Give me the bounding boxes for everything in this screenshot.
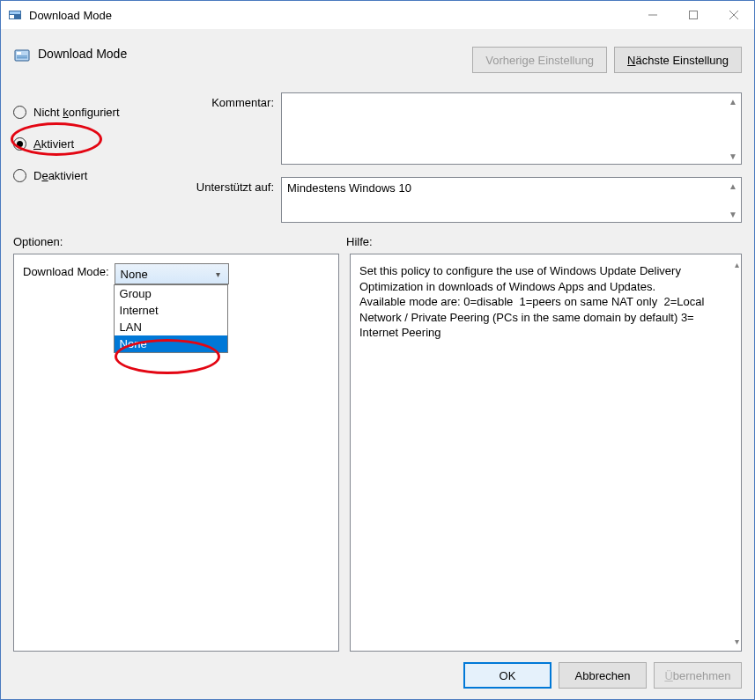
apply-button[interactable]: Übernehmen — [654, 662, 742, 689]
meta-fields: Kommentar: ▲ ▼ Unterstützt auf: Mindeste… — [170, 92, 742, 223]
svg-rect-9 — [17, 55, 27, 57]
previous-setting-button[interactable]: Vorherige Einstellung — [472, 47, 607, 73]
supported-value: Mindestens Windows 10 — [282, 178, 741, 200]
radio-label: Aktiviert — [33, 137, 74, 151]
dialog-footer: OK Abbrechen Übernehmen — [13, 652, 742, 690]
apply-label-rest: bernehmen — [673, 669, 731, 682]
svg-rect-2 — [10, 15, 14, 18]
radio-label: Nicht konfiguriert — [33, 106, 120, 119]
ok-button[interactable]: OK — [463, 662, 551, 689]
scroll-up-icon: ▲ — [725, 93, 741, 109]
scroll-down-icon: ▼ — [725, 206, 741, 222]
comment-value — [282, 93, 741, 100]
radio-disabled[interactable]: Deaktiviert — [13, 159, 170, 191]
combo-item-none[interactable]: None — [115, 335, 227, 352]
svg-rect-8 — [17, 52, 21, 55]
radio-icon — [13, 106, 26, 119]
combo-selected-value: None — [121, 268, 148, 281]
scrollbar[interactable]: ▲ ▼ — [725, 178, 741, 222]
state-radio-group: Nicht konfiguriert Aktiviert Deaktiviert — [13, 92, 170, 223]
download-mode-combo[interactable]: None ▾ Group Internet LAN None — [115, 263, 229, 284]
combo-item-group[interactable]: Group — [115, 285, 227, 302]
scroll-down-icon[interactable]: ▾ — [735, 633, 739, 649]
client-area: Download Mode Vorherige Einstellung Näch… — [1, 29, 754, 699]
svg-rect-10 — [17, 57, 27, 59]
options-section-label: Optionen: — [13, 235, 346, 248]
comment-row: Kommentar: ▲ ▼ — [170, 92, 742, 165]
cancel-button[interactable]: Abbrechen — [559, 662, 647, 689]
radio-icon — [13, 137, 26, 151]
maximize-button[interactable] — [673, 1, 714, 29]
scroll-up-icon[interactable]: ▴ — [735, 256, 739, 272]
close-icon — [729, 11, 738, 19]
combo-item-internet[interactable]: Internet — [115, 302, 227, 319]
combo-dropdown-list: Group Internet LAN None — [114, 284, 228, 353]
radio-label: Deaktiviert — [33, 169, 87, 182]
app-icon — [8, 8, 22, 22]
scroll-down-icon: ▼ — [725, 148, 741, 164]
help-section-label: Hilfe: — [346, 235, 373, 248]
radio-icon — [13, 169, 26, 182]
close-button[interactable] — [714, 1, 754, 29]
comment-label: Kommentar: — [170, 92, 274, 165]
next-setting-label-rest: ächste Einstellung — [635, 54, 729, 67]
policy-name: Download Mode — [38, 47, 472, 61]
minimize-button[interactable] — [633, 1, 673, 29]
policy-header: Download Mode Vorherige Einstellung Näch… — [13, 47, 742, 73]
next-setting-button[interactable]: Nächste Einstellung — [614, 47, 742, 73]
radio-enabled[interactable]: Aktiviert — [13, 128, 170, 159]
help-text: Set this policy to configure the use of … — [359, 263, 732, 341]
scrollbar[interactable]: ▲ ▼ — [725, 93, 741, 164]
chevron-down-icon: ▾ — [209, 264, 228, 284]
download-mode-option: Download Mode: None ▾ Group Internet LAN… — [23, 263, 329, 284]
svg-rect-1 — [10, 11, 20, 14]
combo-box[interactable]: None ▾ — [115, 263, 229, 284]
window-controls — [633, 1, 754, 29]
help-panel: Set this policy to configure the use of … — [350, 254, 742, 652]
options-panel: Download Mode: None ▾ Group Internet LAN… — [13, 254, 339, 652]
titlebar: Download Mode — [1, 1, 754, 29]
minimize-icon — [648, 11, 657, 19]
download-mode-label: Download Mode: — [23, 263, 109, 278]
scroll-up-icon: ▲ — [725, 178, 741, 194]
maximize-icon — [689, 11, 698, 19]
supported-label: Unterstützt auf: — [170, 177, 274, 223]
supported-row: Unterstützt auf: Mindestens Windows 10 ▲… — [170, 177, 742, 223]
policy-editor-window: Download Mode Download Mode Vorherige Ei… — [0, 0, 755, 700]
supported-textbox: Mindestens Windows 10 ▲ ▼ — [281, 177, 742, 223]
window-title: Download Mode — [29, 9, 633, 22]
policy-icon — [13, 47, 31, 64]
section-labels: Optionen: Hilfe: — [13, 235, 742, 248]
comment-textbox[interactable]: ▲ ▼ — [281, 92, 742, 165]
svg-rect-4 — [690, 11, 698, 19]
radio-not-configured[interactable]: Nicht konfiguriert — [13, 96, 170, 128]
lower-panels: Download Mode: None ▾ Group Internet LAN… — [13, 254, 742, 652]
nav-buttons: Vorherige Einstellung Nächste Einstellun… — [472, 47, 742, 73]
state-and-fields: Nicht konfiguriert Aktiviert Deaktiviert… — [13, 92, 742, 223]
combo-item-lan[interactable]: LAN — [115, 319, 227, 335]
